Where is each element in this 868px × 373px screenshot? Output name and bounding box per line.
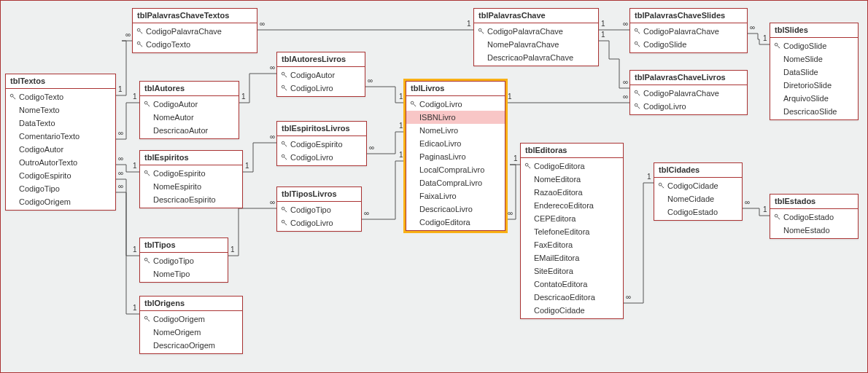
field-row[interactable]: CodigoTipo	[6, 182, 115, 195]
field-row[interactable]: CodigoEditora	[406, 216, 505, 229]
table-tblAutoresLivros[interactable]: tblAutoresLivrosCodigoAutorCodigoLivro	[276, 52, 365, 97]
field-row[interactable]: CodigoAutor	[6, 143, 115, 156]
field-row[interactable]: NomeLivro	[406, 124, 505, 137]
field-row[interactable]: EMailEditora	[521, 251, 623, 264]
table-title[interactable]: tblEspiritos	[140, 151, 242, 165]
table-title[interactable]: tblOrigens	[140, 297, 242, 311]
field-row[interactable]: CodigoTipo	[277, 203, 361, 216]
field-row[interactable]: SiteEditora	[521, 264, 623, 278]
field-row[interactable]: CodigoTexto	[133, 38, 257, 51]
table-tblPalavrasChaveTextos[interactable]: tblPalavrasChaveTextosCodigoPalavraChave…	[132, 8, 257, 53]
table-title[interactable]: tblAutores	[140, 82, 239, 96]
table-title[interactable]: tblTiposLivros	[277, 187, 361, 202]
field-row[interactable]: DescricaoEspirito	[140, 193, 242, 206]
table-tblTextos[interactable]: tblTextosCodigoTextoNomeTextoDataTextoCo…	[5, 74, 116, 211]
field-row[interactable]: CodigoSlide	[770, 39, 858, 52]
table-tblEstados[interactable]: tblEstadosCodigoEstadoNomeEstado	[770, 194, 859, 239]
field-row[interactable]: CodigoSlide	[630, 38, 747, 51]
field-row[interactable]: CodigoLivro	[277, 151, 366, 164]
field-row[interactable]: DescricaoOrigem	[140, 339, 242, 352]
field-row[interactable]: ContatoEditora	[521, 278, 623, 291]
field-row[interactable]: PaginasLivro	[406, 150, 505, 163]
field-row[interactable]: DescricaoAutor	[140, 124, 239, 137]
field-row[interactable]: NomeOrigem	[140, 326, 242, 339]
field-row[interactable]: DescricaoPalavraChave	[474, 51, 598, 64]
table-tblEspiritosLivros[interactable]: tblEspiritosLivrosCodigoEspiritoCodigoLi…	[276, 121, 367, 166]
field-row[interactable]: DescricaoLivro	[406, 203, 505, 216]
field-row[interactable]: ComentarioTexto	[6, 130, 115, 143]
field-row[interactable]: CodigoLivro	[630, 100, 747, 113]
field-row[interactable]: NomeCidade	[654, 192, 742, 205]
table-tblPalavrasChaveSlides[interactable]: tblPalavrasChaveSlidesCodigoPalavraChave…	[629, 8, 748, 53]
table-title[interactable]: tblTextos	[6, 74, 115, 89]
table-title[interactable]: tblEstados	[770, 195, 858, 209]
table-title[interactable]: tblEditoras	[521, 144, 623, 158]
table-tblOrigens[interactable]: tblOrigensCodigoOrigemNomeOrigemDescrica…	[139, 296, 243, 354]
field-row[interactable]: CodigoCidade	[521, 304, 623, 317]
field-row[interactable]: CodigoEditora	[521, 160, 623, 173]
table-tblEspiritos[interactable]: tblEspiritosCodigoEspiritoNomeEspiritoDe…	[139, 150, 243, 208]
table-title[interactable]: tblPalavrasChaveTextos	[133, 9, 257, 23]
field-row[interactable]: NomeEspirito	[140, 180, 242, 193]
field-row[interactable]: NomePalavraChave	[474, 38, 598, 51]
field-row[interactable]: DescricaoEditora	[521, 291, 623, 304]
field-row[interactable]: CodigoPalavraChave	[133, 25, 257, 38]
field-row[interactable]: CodigoLivro	[277, 216, 361, 229]
field-row[interactable]: CodigoPalavraChave	[630, 25, 747, 38]
field-row[interactable]: CodigoCidade	[654, 179, 742, 192]
field-row[interactable]: EnderecoEditora	[521, 199, 623, 212]
field-row[interactable]: LocalCompraLivro	[406, 163, 505, 176]
field-row[interactable]: CodigoAutor	[140, 98, 239, 111]
field-row[interactable]: TelefoneEditora	[521, 225, 623, 238]
field-row[interactable]: FaxEditora	[521, 238, 623, 251]
table-tblAutores[interactable]: tblAutoresCodigoAutorNomeAutorDescricaoA…	[139, 81, 239, 139]
table-title[interactable]: tblTipos	[140, 238, 228, 253]
table-title[interactable]: tblSlides	[770, 23, 858, 38]
table-tblPalavrasChave[interactable]: tblPalavrasChaveCodigoPalavraChaveNomePa…	[473, 8, 599, 66]
field-row[interactable]: FaixaLivro	[406, 189, 505, 203]
field-row[interactable]: CodigoPalavraChave	[630, 87, 747, 100]
field-row[interactable]: NomeTipo	[140, 267, 228, 280]
field-row[interactable]: CodigoAutor	[277, 68, 365, 82]
table-tblPalavrasChaveLivros[interactable]: tblPalavrasChaveLivrosCodigoPalavraChave…	[629, 70, 748, 115]
table-title[interactable]: tblPalavrasChave	[474, 9, 598, 23]
table-title[interactable]: tblLivros	[406, 82, 505, 96]
field-row[interactable]: CodigoLivro	[277, 82, 365, 95]
field-row[interactable]: CodigoOrigem	[140, 313, 242, 326]
field-row[interactable]: DataSlide	[770, 66, 858, 79]
table-tblCidades[interactable]: tblCidadesCodigoCidadeNomeCidadeCodigoEs…	[654, 162, 743, 221]
field-row[interactable]: CodigoTexto	[6, 90, 115, 103]
field-row[interactable]: DataCompraLivro	[406, 176, 505, 189]
field-row[interactable]: EdicaoLivro	[406, 137, 505, 150]
field-row[interactable]: CodigoEspirito	[140, 167, 242, 180]
table-title[interactable]: tblPalavrasChaveSlides	[630, 9, 747, 23]
field-row[interactable]: CodigoTipo	[140, 254, 228, 267]
field-row[interactable]: DiretorioSlide	[770, 79, 858, 92]
field-row[interactable]: OutroAutorTexto	[6, 156, 115, 169]
table-tblEditoras[interactable]: tblEditorasCodigoEditoraNomeEditoraRazao…	[520, 143, 624, 319]
table-tblTiposLivros[interactable]: tblTiposLivrosCodigoTipoCodigoLivro	[276, 186, 362, 232]
table-title[interactable]: tblAutoresLivros	[277, 52, 365, 67]
field-row[interactable]: CodigoLivro	[406, 98, 505, 111]
field-row[interactable]: CodigoEstado	[770, 211, 858, 224]
table-tblTipos[interactable]: tblTiposCodigoTipoNomeTipo	[139, 237, 228, 283]
field-row[interactable]: DataTexto	[6, 117, 115, 130]
field-row[interactable]: NomeAutor	[140, 111, 239, 124]
field-row[interactable]: NomeEstado	[770, 224, 858, 237]
table-title[interactable]: tblCidades	[654, 163, 742, 178]
table-tblSlides[interactable]: tblSlidesCodigoSlideNomeSlideDataSlideDi…	[770, 23, 859, 120]
relationship-diagram-canvas[interactable]: tblTextosCodigoTextoNomeTextoDataTextoCo…	[1, 1, 867, 372]
field-row[interactable]: CodigoEspirito	[277, 138, 366, 151]
field-row[interactable]: NomeSlide	[770, 52, 858, 66]
field-row[interactable]: ISBNLivro	[406, 111, 505, 124]
field-row[interactable]: NomeEditora	[521, 173, 623, 186]
field-row[interactable]: ArquivoSlide	[770, 92, 858, 105]
field-row[interactable]: CodigoOrigem	[6, 195, 115, 208]
table-tblLivros[interactable]: tblLivrosCodigoLivroISBNLivroNomeLivroEd…	[406, 81, 505, 231]
field-row[interactable]: CodigoEspirito	[6, 169, 115, 182]
table-title[interactable]: tblEspiritosLivros	[277, 122, 366, 136]
field-row[interactable]: RazaoEditora	[521, 186, 623, 199]
field-row[interactable]: DescricaoSlide	[770, 105, 858, 118]
field-row[interactable]: CEPEditora	[521, 212, 623, 225]
table-title[interactable]: tblPalavrasChaveLivros	[630, 71, 747, 85]
